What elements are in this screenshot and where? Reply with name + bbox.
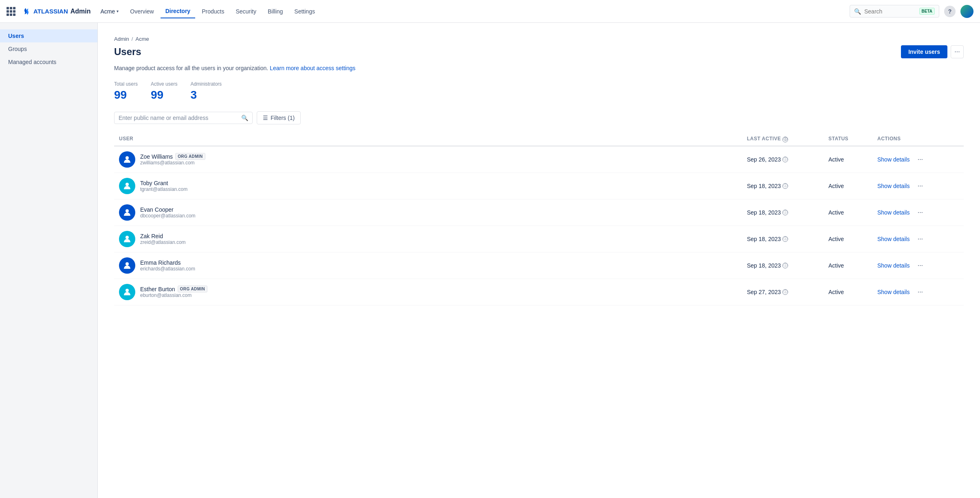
- user-info: Zoe Williams ORG ADMIN zwilliams@atlassi…: [140, 153, 205, 166]
- row-more-button[interactable]: ···: [914, 180, 926, 192]
- last-active-row-info-icon[interactable]: ⓘ: [782, 183, 788, 189]
- total-users-stat: Total users 99: [114, 81, 138, 102]
- last-active-row-info-icon[interactable]: ⓘ: [782, 263, 788, 268]
- user-info: Esther Burton ORG ADMIN eburton@atlassia…: [140, 286, 207, 298]
- avatar: [119, 178, 135, 194]
- nav-products[interactable]: Products: [197, 5, 229, 18]
- last-active-row-info-icon[interactable]: ⓘ: [782, 157, 788, 162]
- org-selector[interactable]: Acme ▾: [97, 7, 122, 16]
- col-status: Status: [828, 136, 877, 142]
- user-email: erichards@atlassian.com: [140, 266, 195, 272]
- last-active: Sep 27, 2023 ⓘ: [747, 289, 828, 295]
- breadcrumb-org[interactable]: Acme: [135, 36, 149, 42]
- actions-cell: Show details ···: [877, 233, 959, 245]
- svg-point-1: [126, 183, 129, 186]
- invite-users-button[interactable]: Invite users: [901, 45, 947, 58]
- user-name: Emma Richards: [140, 259, 195, 266]
- nav-directory[interactable]: Directory: [161, 4, 195, 18]
- filters-label: Filters (1): [271, 115, 295, 121]
- help-button[interactable]: ?: [944, 6, 956, 17]
- nav-billing[interactable]: Billing: [263, 5, 288, 18]
- global-search-box[interactable]: 🔍 BETA: [850, 5, 939, 18]
- last-active-row-info-icon[interactable]: ⓘ: [782, 210, 788, 215]
- user-cell: Evan Cooper dbcooper@atlassian.com: [119, 204, 747, 221]
- total-users-label: Total users: [114, 81, 138, 87]
- topnav: ATLASSIAN Admin Acme ▾ Overview Director…: [0, 0, 980, 23]
- row-more-button[interactable]: ···: [914, 233, 926, 245]
- row-more-button[interactable]: ···: [914, 260, 926, 271]
- status: Active: [828, 209, 877, 216]
- status: Active: [828, 262, 877, 269]
- nav-settings[interactable]: Settings: [289, 5, 320, 18]
- row-more-button[interactable]: ···: [914, 154, 926, 165]
- sidebar-item-groups[interactable]: Groups: [0, 42, 97, 55]
- search-icon: 🔍: [241, 115, 248, 121]
- user-name: Evan Cooper: [140, 206, 196, 213]
- show-details-link[interactable]: Show details: [877, 183, 910, 189]
- atlassian-logo: ATLASSIAN Admin: [22, 7, 91, 16]
- sidebar-item-users[interactable]: Users: [0, 29, 97, 42]
- status: Active: [828, 183, 877, 189]
- table-row: Toby Grant tgrant@atlassian.com Sep 18, …: [114, 173, 964, 199]
- active-users-stat: Active users 99: [151, 81, 177, 102]
- user-cell: Zak Reid zreid@atlassian.com: [119, 231, 747, 247]
- user-email: zreid@atlassian.com: [140, 239, 186, 245]
- user-cell: Toby Grant tgrant@atlassian.com: [119, 178, 747, 194]
- table-row: Zak Reid zreid@atlassian.com Sep 18, 202…: [114, 226, 964, 252]
- filters-button[interactable]: ☰ Filters (1): [257, 111, 301, 124]
- row-more-button[interactable]: ···: [914, 286, 926, 298]
- user-avatar[interactable]: [960, 5, 973, 18]
- show-details-link[interactable]: Show details: [877, 236, 910, 242]
- svg-point-3: [126, 236, 129, 239]
- last-active-row-info-icon[interactable]: ⓘ: [782, 289, 788, 295]
- last-active: Sep 18, 2023 ⓘ: [747, 262, 828, 269]
- nav-overview[interactable]: Overview: [125, 5, 159, 18]
- last-active: Sep 18, 2023 ⓘ: [747, 236, 828, 242]
- page-description: Manage product access for all the users …: [114, 65, 964, 71]
- actions-cell: Show details ···: [877, 286, 959, 298]
- app-switcher-icon[interactable]: [7, 7, 15, 16]
- administrators-value: 3: [190, 89, 222, 102]
- user-info: Zak Reid zreid@atlassian.com: [140, 233, 186, 245]
- avatar: [119, 151, 135, 168]
- nav-security[interactable]: Security: [231, 5, 261, 18]
- learn-more-link[interactable]: Learn more about access settings: [270, 65, 355, 71]
- status: Active: [828, 156, 877, 163]
- svg-point-0: [126, 156, 129, 159]
- user-cell: Emma Richards erichards@atlassian.com: [119, 257, 747, 274]
- more-options-button[interactable]: ···: [951, 45, 964, 58]
- user-search-input[interactable]: [119, 115, 238, 121]
- last-active-info-icon[interactable]: ⓘ: [782, 137, 788, 142]
- show-details-link[interactable]: Show details: [877, 156, 910, 163]
- org-admin-badge: ORG ADMIN: [175, 153, 205, 160]
- user-search-box[interactable]: 🔍: [114, 112, 253, 124]
- row-more-button[interactable]: ···: [914, 207, 926, 218]
- actions-cell: Show details ···: [877, 154, 959, 165]
- toolbar: 🔍 ☰ Filters (1): [114, 111, 964, 124]
- user-cell: Esther Burton ORG ADMIN eburton@atlassia…: [119, 284, 747, 300]
- last-active-row-info-icon[interactable]: ⓘ: [782, 236, 788, 242]
- user-email: eburton@atlassian.com: [140, 292, 207, 298]
- user-name: Toby Grant: [140, 180, 187, 186]
- show-details-link[interactable]: Show details: [877, 262, 910, 269]
- actions-cell: Show details ···: [877, 207, 959, 218]
- global-search-input[interactable]: [864, 8, 916, 15]
- show-details-link[interactable]: Show details: [877, 289, 910, 295]
- stats-section: Total users 99 Active users 99 Administr…: [114, 81, 964, 102]
- header-actions: Invite users ···: [901, 45, 964, 58]
- user-info: Toby Grant tgrant@atlassian.com: [140, 180, 187, 192]
- breadcrumb-separator: /: [132, 36, 133, 42]
- last-active: Sep 26, 2023 ⓘ: [747, 156, 828, 163]
- col-last-active: Last active ⓘ: [747, 136, 828, 142]
- status: Active: [828, 236, 877, 242]
- avatar: [119, 257, 135, 274]
- actions-cell: Show details ···: [877, 260, 959, 271]
- show-details-link[interactable]: Show details: [877, 209, 910, 216]
- breadcrumb-admin[interactable]: Admin: [114, 36, 129, 42]
- last-active: Sep 18, 2023 ⓘ: [747, 209, 828, 216]
- avatar: [119, 231, 135, 247]
- col-user: User: [119, 136, 747, 142]
- active-users-label: Active users: [151, 81, 177, 87]
- sidebar-item-managed-accounts[interactable]: Managed accounts: [0, 55, 97, 69]
- admin-label: Admin: [70, 8, 91, 15]
